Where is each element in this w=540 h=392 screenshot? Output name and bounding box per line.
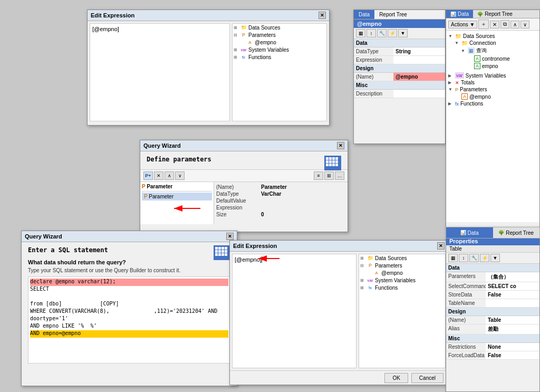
sql-line-8: AND empno=@empno bbox=[30, 330, 228, 338]
qw-mid-content: P Parameter P Parameter (Name) Parameter… bbox=[140, 182, 348, 224]
prop-b-btn-filter[interactable]: ▼ bbox=[490, 254, 500, 262]
expand-b-functions: ⊞ bbox=[360, 285, 365, 290]
edit-expr-top-titlebar: Edit Expression ✕ bbox=[88, 10, 329, 21]
qw-view-btn1[interactable]: ≡ bbox=[314, 171, 323, 180]
grid-cell-6 bbox=[329, 160, 332, 163]
prop-b-btn-grid[interactable]: ▦ bbox=[448, 254, 458, 262]
data-btn-delete[interactable]: ✕ bbox=[490, 21, 499, 28]
query-wizard-middle: Query Wizard ✕ Define parameters P+ ✕ ∧ … bbox=[140, 140, 348, 232]
edit-expr-bottom-tree: ⊞ 📁 Data Sources ⊟ P Parameters A @empno… bbox=[359, 254, 446, 368]
data-btn-down[interactable]: ∨ bbox=[520, 21, 529, 28]
prop-b-value-select[interactable]: SELECT co bbox=[486, 282, 539, 290]
edit-expr-top-editor[interactable]: [@empno] bbox=[90, 23, 230, 121]
edit-expr-ok-btn[interactable]: OK bbox=[384, 373, 408, 383]
prop-b-btn-sort[interactable]: ↕ bbox=[459, 254, 468, 262]
prop-b-value-params[interactable]: （集合） bbox=[486, 272, 539, 282]
prop-b-value-forceload[interactable]: False bbox=[486, 351, 539, 359]
tree-b-datasources[interactable]: ⊞ 📁 Data Sources bbox=[359, 254, 445, 262]
prop-b-value-name[interactable]: Table bbox=[486, 316, 539, 324]
data-btn-actions[interactable]: Actions ▼ bbox=[448, 21, 477, 28]
prop-btn-lightning[interactable]: ⚡ bbox=[388, 29, 397, 37]
prop-b-value-restrictions[interactable]: None bbox=[486, 343, 539, 351]
qw-view-btn2[interactable]: ⊞ bbox=[324, 171, 334, 180]
qw-up-btn[interactable]: ∧ bbox=[165, 171, 174, 180]
data-tree-query[interactable]: ▼ ▦ 查询 bbox=[448, 46, 537, 55]
empno-icon: A bbox=[247, 39, 253, 45]
data-tab-report-tree[interactable]: 🌳 Report Tree bbox=[473, 10, 517, 18]
qw-mid-close[interactable]: ✕ bbox=[337, 142, 344, 149]
bottom-tab-data[interactable]: 📊 Data bbox=[446, 227, 493, 238]
qw-prop-expr-label: Expression bbox=[216, 205, 261, 211]
data-tree-empno[interactable]: A empno bbox=[448, 62, 537, 70]
tree-empno-param[interactable]: A @empno bbox=[233, 39, 326, 46]
bottom-tab-report-tree[interactable]: 🌳 Report Tree bbox=[493, 227, 540, 238]
prop-value-description[interactable] bbox=[393, 90, 445, 98]
prop-section-data: Data bbox=[354, 39, 445, 47]
edit-expr-cancel-btn[interactable]: Cancel bbox=[411, 373, 443, 383]
qw-sql-title: Query Wizard bbox=[25, 233, 62, 240]
data-tree-params[interactable]: ▼ P Parameters bbox=[448, 86, 537, 93]
qw-view-btn3[interactable]: … bbox=[335, 171, 344, 180]
prop-b-value-tablename[interactable] bbox=[486, 299, 539, 307]
tree-parameters[interactable]: ⊟ P Parameters bbox=[233, 31, 326, 39]
prop-value-datatype[interactable]: String bbox=[393, 47, 445, 55]
grid-cell-7 bbox=[332, 160, 335, 163]
tree-sysvars[interactable]: ⊞ var System Variables bbox=[233, 46, 326, 53]
data-tree-empno-param2[interactable]: A @empno bbox=[448, 93, 537, 100]
grid-cell-5 bbox=[326, 160, 329, 163]
grid-cell-1 bbox=[326, 157, 329, 160]
data-tree-sysvars[interactable]: ▶ var System Variables bbox=[448, 72, 537, 79]
tree-b-functions[interactable]: ⊞ fx Functions bbox=[359, 284, 445, 291]
prop-btn-filter[interactable]: ▼ bbox=[398, 29, 408, 37]
prop-btn-wrench[interactable]: 🔧 bbox=[377, 29, 387, 37]
prop-b-value-store[interactable]: False bbox=[486, 291, 539, 299]
qw-sql-close[interactable]: ✕ bbox=[226, 233, 234, 240]
qw-down-btn[interactable]: ∨ bbox=[175, 171, 185, 180]
prop-b-btn-lightning[interactable]: ⚡ bbox=[480, 254, 489, 262]
prop-btn-grid[interactable]: ▦ bbox=[356, 29, 365, 37]
prop-b-label-store: StoreData bbox=[446, 291, 486, 299]
conn-icon: 📁 bbox=[461, 40, 468, 46]
edit-expr-top-close[interactable]: ✕ bbox=[319, 12, 326, 19]
data-btn-up[interactable]: ∧ bbox=[510, 21, 519, 28]
qw-param-col-icon: P bbox=[142, 184, 146, 189]
qw-add-param-btn[interactable]: P+ bbox=[143, 171, 153, 180]
prop-value-name[interactable]: @empno bbox=[393, 73, 445, 81]
bottom-tab-data-icon: 📊 bbox=[460, 230, 466, 235]
data-tree-totals[interactable]: ▶ ✕ Totals bbox=[448, 79, 537, 86]
data-tab-data[interactable]: 📊 Data bbox=[446, 10, 473, 18]
data-tree-contronome[interactable]: A contronome bbox=[448, 55, 537, 62]
properties-panel-bottom: Data Report Tree Properties Table ▦ ↕ 🔧 … bbox=[446, 227, 540, 392]
edit-expr-bottom-titlebar: Edit Expression ✕ bbox=[230, 241, 448, 252]
qw-delete-btn[interactable]: ✕ bbox=[154, 171, 163, 180]
tree-datasources[interactable]: ⊞ 📁 Data Sources bbox=[233, 24, 326, 31]
contronome-label: contronome bbox=[482, 56, 510, 62]
parameters-icon: P bbox=[240, 32, 247, 38]
prop-tab-data[interactable]: Data bbox=[354, 10, 374, 19]
prop-value-expression[interactable] bbox=[393, 56, 445, 64]
tree-functions[interactable]: ⊞ fx Functions bbox=[233, 53, 326, 61]
prop-tab-report-tree[interactable]: Report Tree bbox=[374, 10, 412, 19]
prop-b-value-alias[interactable]: 差勤 bbox=[486, 324, 539, 334]
qw-param-item[interactable]: P Parameter bbox=[142, 193, 212, 200]
data-btn-copy[interactable]: ⧉ bbox=[500, 20, 509, 28]
data-tree-connection[interactable]: ▼ 📁 Connection bbox=[448, 40, 537, 46]
edit-expr-top-content: [@empno] bbox=[92, 26, 119, 32]
tree-b-parameters[interactable]: ⊟ P Parameters bbox=[359, 262, 445, 269]
prop-b-btn-wrench[interactable]: 🔧 bbox=[469, 254, 479, 262]
sg12 bbox=[225, 253, 227, 256]
qw-sql-editor[interactable]: declare @empno varchar(12); SELECT from … bbox=[28, 276, 230, 364]
tree-b-sysvars[interactable]: ⊞ var System Variables bbox=[359, 276, 445, 284]
expand-datasources: ⊞ bbox=[234, 25, 239, 30]
edit-expr-top-title: Edit Expression bbox=[91, 12, 134, 18]
tree-b-empno[interactable]: A @empno bbox=[359, 269, 445, 276]
edit-expr-bottom-close[interactable]: ✕ bbox=[437, 242, 445, 250]
edit-expr-bottom-editor[interactable]: [@empno] bbox=[232, 254, 356, 368]
data-tree-datasources[interactable]: ▼ 📁 Data Sources bbox=[448, 33, 537, 40]
data-btn-add[interactable]: ＋ bbox=[478, 20, 489, 29]
prop-btn-sort[interactable]: ↕ bbox=[367, 29, 376, 37]
data-tree-functions2[interactable]: ▶ fx Functions bbox=[448, 100, 537, 107]
b-ds-label: Data Sources bbox=[375, 255, 407, 261]
data-tab-label: Data bbox=[458, 11, 469, 17]
qw-mid-toolbar: P+ ✕ ∧ ∨ ≡ ⊞ … bbox=[140, 169, 348, 182]
